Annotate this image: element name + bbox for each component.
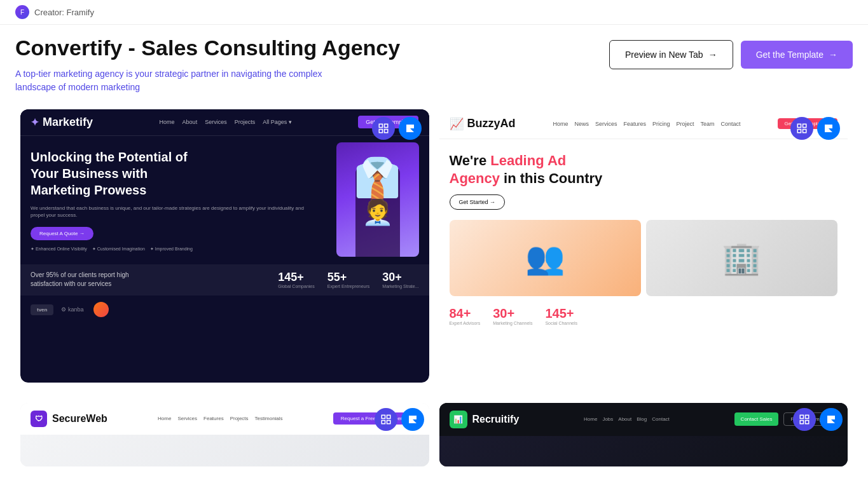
buzzyadcard-image-2: 🏢 [646,220,837,296]
buzzyadcard-nav: Home News Services Features Pricing Proj… [553,121,740,127]
stat-marketing-channels: 30+ Marketing Channels [493,306,532,325]
secureweb-template-card[interactable]: 🛡 SecureWeb Home Services Features Proje… [20,403,429,466]
get-template-arrow-icon: → [829,50,837,60]
recruitify-template-card[interactable]: 📊 Recruitify Home Jobs About Blog Contac… [439,403,848,466]
page-header: Convertify - Sales Consulting Agency A t… [0,25,868,94]
svg-rect-9 [387,415,390,418]
secureweb-preview-area [20,435,429,466]
marketify-template-card[interactable]: ✦ Marketify Home About Services Projects… [20,109,429,383]
svg-rect-2 [379,129,382,132]
creator-label: Creator: Framify [34,8,94,17]
svg-rect-5 [803,124,806,127]
logo-tven: tven [31,304,53,315]
marketify-satisfaction-text: Over 95% of our clients report high sati… [31,271,145,289]
marketify-star-icon: ✦ [31,116,39,128]
creator-badge: F Creator: Framify [15,5,94,19]
buzzyadcard-logo: 📈 BuzzyAd [450,117,516,131]
recruitify-grid-icon[interactable] [793,408,816,431]
svg-rect-13 [806,415,809,418]
buzzyadcard-hero: We're Leading AdAgency in this Country G… [439,139,848,338]
svg-rect-8 [382,415,385,418]
buzzyadcard-template-card[interactable]: 📈 BuzzyAd Home News Services Features Pr… [439,109,848,383]
recruitify-logo: 📊 Recruitify [450,411,520,428]
buzzyadcard-framer-icon[interactable] [817,117,840,140]
secureweb-logo-text: SecureWeb [52,413,107,425]
svg-rect-1 [384,124,387,127]
buzzyadcard-logo-text: BuzzyAd [467,117,516,130]
buzzyadcard-logo-icon: 📈 [450,117,464,131]
stat-global-companies: 145+ Global Companies [278,271,315,289]
preview-arrow-icon: → [708,50,717,60]
buzzyadcard-stats: 84+ Expert Advisors 30+ Marketing Channe… [450,306,838,325]
buzzyadcard-get-started-btn[interactable]: Get Started → [450,194,506,210]
marketify-hero-text: Unlocking the Potential ofYour Business … [31,149,307,252]
marketify-tags: ✦ Enhanced Online Visibility ✦ Customise… [31,247,307,252]
get-template-label: Get the Template [756,50,823,60]
svg-rect-11 [387,420,390,423]
stat-expert-advisors: 84+ Expert Advisors [450,306,481,325]
recruitify-logo-icon: 📊 [450,411,467,428]
svg-rect-3 [384,129,387,132]
creator-bar: F Creator: Framify [0,0,868,25]
logo-circle [93,302,109,317]
recruitify-logo-text: Recruitify [472,414,520,425]
marketify-framer-icon[interactable] [399,117,422,140]
marketify-hero-desc: We understand that each business is uniq… [31,205,307,219]
secureweb-logo-icon: 🛡 [31,411,47,427]
secureweb-framer-icon[interactable] [401,408,424,431]
marketify-grid-icon[interactable] [372,117,395,140]
marketify-person-image: 🧑‍💼 [336,142,419,257]
secureweb-grid-icon[interactable] [375,408,397,431]
secureweb-logo: 🛡 SecureWeb [31,411,107,427]
buzzyadcard-images: 👥 🏢 [450,220,838,296]
buzzyadcard-nav-bar: 📈 BuzzyAd Home News Services Features Pr… [439,109,848,139]
svg-rect-6 [797,129,801,132]
marketify-hero-title: Unlocking the Potential ofYour Business … [31,149,307,198]
stat-marketing-strate: 30+ Marketing Strate... [382,271,418,289]
stat-expert-entrepreneurs: 55+ Expert Entrepreneurs [327,271,370,289]
marketify-nav: Home About Services Projects All Pages ▾ [160,119,292,125]
marketify-logo: ✦ Marketify [31,116,93,129]
svg-rect-15 [806,420,809,423]
marketify-hero-image: 🧑‍💼 [317,149,419,252]
svg-rect-7 [803,129,806,132]
recruitify-nav: Home Jobs About Blog Contact [584,416,670,422]
secureweb-overlay-icons [375,408,424,431]
header-left: Convertify - Sales Consulting Agency A t… [15,35,609,94]
buzzyadcard-overlay-icons [790,117,840,140]
buzzyadcard-image-1: 👥 [450,220,641,296]
header-actions: Preview in New Tab → Get the Template → [609,40,853,69]
recruitify-overlay-icons [793,408,843,431]
creator-icon: F [15,5,29,19]
buzzyadcard-grid-icon[interactable] [790,117,813,140]
page-title: Convertify - Sales Consulting Agency [15,35,609,61]
svg-rect-10 [382,420,385,423]
stat-social-channels: 145+ Social Channels [545,306,577,325]
recruitify-contact-sales-btn[interactable]: Contact Sales [734,412,779,426]
recruitify-framer-icon[interactable] [820,408,843,431]
secureweb-nav-bar: 🛡 SecureWeb Home Services Features Proje… [20,403,429,435]
svg-rect-0 [379,124,382,127]
recruitify-nav-bar: 📊 Recruitify Home Jobs About Blog Contac… [439,403,848,436]
svg-rect-14 [800,420,803,423]
marketify-stats: 145+ Global Companies 55+ Expert Entrepr… [278,271,418,289]
bottom-cards-row: 🛡 SecureWeb Home Services Features Proje… [0,398,868,482]
marketify-hero: Unlocking the Potential ofYour Business … [20,136,429,264]
buzzyadcard-hero-title: We're Leading AdAgency in this Country [450,152,838,188]
page-description: A top-tier marketing agency is your stra… [15,67,384,94]
svg-rect-4 [797,124,801,127]
secureweb-nav: Home Services Features Projects Testimon… [158,416,283,421]
marketify-card-inner: ✦ Marketify Home About Services Projects… [20,109,429,383]
preview-label: Preview in New Tab [625,50,703,60]
preview-in-new-tab-button[interactable]: Preview in New Tab → [609,40,733,69]
marketify-nav-bar: ✦ Marketify Home About Services Projects… [20,109,429,136]
svg-rect-12 [800,415,803,418]
get-template-button[interactable]: Get the Template → [741,41,853,69]
marketify-overlay-icons [372,117,422,140]
templates-grid: ✦ Marketify Home About Services Projects… [0,94,868,398]
buzzyadcard-card-inner: 📈 BuzzyAd Home News Services Features Pr… [439,109,848,338]
marketify-request-btn[interactable]: Request A Quote → [31,227,93,240]
marketify-logo-text: Marketify [43,116,93,129]
recruitify-preview-area [439,436,848,466]
logo-kanba: ⚙ kanba [61,306,83,313]
